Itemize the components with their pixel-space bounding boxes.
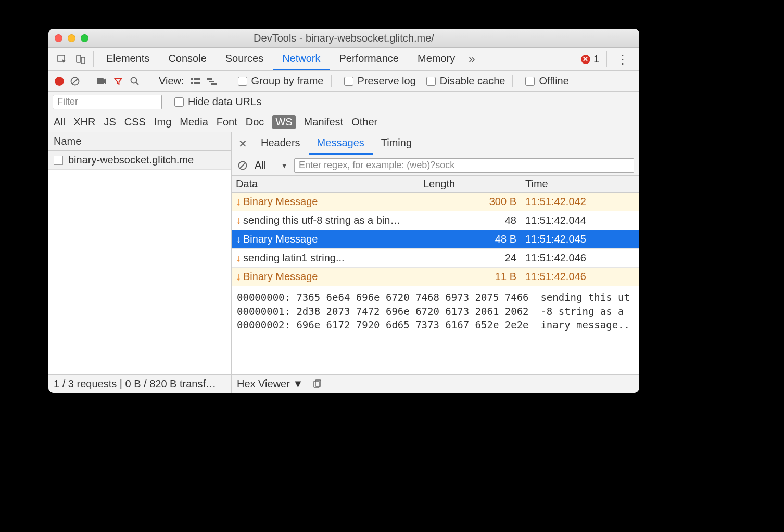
clear-icon[interactable] xyxy=(69,75,81,87)
camera-icon[interactable] xyxy=(96,75,107,87)
divider xyxy=(148,75,148,87)
type-filter-font[interactable]: Font xyxy=(217,116,237,128)
message-time: 11:51:42.046 xyxy=(525,271,586,283)
arrow-down-icon: ↓ xyxy=(236,196,241,208)
preserve-log-label: Preserve log xyxy=(358,75,416,87)
request-row[interactable]: binary-websocket.glitch.me xyxy=(48,151,231,170)
record-button[interactable] xyxy=(55,77,64,86)
name-column-header[interactable]: Name xyxy=(48,132,231,151)
svg-rect-2 xyxy=(81,57,85,64)
detail-tab-headers[interactable]: Headers xyxy=(252,132,309,155)
tab-network[interactable]: Network xyxy=(273,48,330,70)
type-filter-doc[interactable]: Doc xyxy=(246,116,264,128)
svg-point-6 xyxy=(131,77,137,83)
device-toolbar-icon[interactable] xyxy=(71,48,90,70)
request-name: binary-websocket.glitch.me xyxy=(68,154,194,166)
divider xyxy=(331,75,332,87)
tab-memory[interactable]: Memory xyxy=(408,48,464,70)
disable-cache-label: Disable cache xyxy=(440,75,505,87)
svg-rect-11 xyxy=(194,82,200,84)
message-length: 48 B xyxy=(495,233,516,245)
message-row[interactable]: ↓Binary Message48 B11:51:42.045 xyxy=(232,230,639,249)
svg-rect-12 xyxy=(207,78,212,80)
svg-rect-14 xyxy=(211,83,217,85)
message-type-label: All xyxy=(255,159,266,171)
detail-tab-messages[interactable]: Messages xyxy=(309,132,373,155)
message-row[interactable]: ↓sending latin1 string...2411:51:42.046 xyxy=(232,249,639,268)
message-length: 300 B xyxy=(489,196,516,208)
divider xyxy=(225,75,225,87)
message-data: Binary Message xyxy=(243,271,318,283)
kebab-menu-icon[interactable]: ⋮ xyxy=(610,48,635,70)
type-filter-img[interactable]: Img xyxy=(154,116,171,128)
filter-input[interactable]: Filter xyxy=(53,95,162,109)
tab-sources[interactable]: Sources xyxy=(216,48,273,70)
group-by-frame-checkbox[interactable]: Group by frame xyxy=(238,75,324,87)
message-row[interactable]: ↓Binary Message11 B11:51:42.046 xyxy=(232,268,639,286)
hex-viewer-select[interactable]: Hex Viewer ▼ xyxy=(237,378,303,390)
divider xyxy=(93,51,94,67)
close-detail-button[interactable]: ✕ xyxy=(235,132,250,155)
clear-messages-icon[interactable] xyxy=(237,160,248,171)
message-length: 11 B xyxy=(495,271,516,283)
message-time: 11:51:42.046 xyxy=(525,252,586,264)
group-by-frame-label: Group by frame xyxy=(251,75,324,87)
hide-data-urls-label: Hide data URLs xyxy=(188,96,261,108)
type-filter-js[interactable]: JS xyxy=(104,116,116,128)
filter-icon[interactable] xyxy=(112,75,124,87)
arrow-down-icon: ↓ xyxy=(236,233,241,245)
large-rows-icon[interactable] xyxy=(189,75,201,87)
svg-line-7 xyxy=(136,82,138,85)
length-column-header[interactable]: Length xyxy=(419,176,521,192)
type-filter-css[interactable]: CSS xyxy=(124,116,146,128)
network-toolbar: View: Group by frame Preserve log Disabl… xyxy=(48,71,639,92)
svg-rect-10 xyxy=(191,82,193,84)
more-tabs-button[interactable]: » xyxy=(464,48,479,70)
message-length: 48 xyxy=(505,214,516,226)
tab-console[interactable]: Console xyxy=(159,48,216,70)
waterfall-icon[interactable] xyxy=(206,75,218,87)
messages-table-header: Data Length Time xyxy=(232,176,639,193)
svg-rect-9 xyxy=(194,78,200,80)
regex-filter-input[interactable]: Enter regex, for example: (web)?sock xyxy=(294,158,634,173)
detail-tabs: ✕ HeadersMessagesTiming xyxy=(232,132,639,155)
copy-icon[interactable] xyxy=(311,378,323,390)
error-icon: ✕ xyxy=(581,55,590,64)
disable-cache-checkbox[interactable]: Disable cache xyxy=(426,75,505,87)
preserve-log-checkbox[interactable]: Preserve log xyxy=(344,75,416,87)
requests-pane: Name binary-websocket.glitch.me xyxy=(48,132,232,374)
file-icon xyxy=(54,156,63,165)
message-type-select[interactable]: All ▼ xyxy=(255,159,288,171)
type-filter-manifest[interactable]: Manifest xyxy=(304,116,344,128)
message-row[interactable]: ↓Binary Message300 B11:51:42.042 xyxy=(232,193,639,211)
tab-elements[interactable]: Elements xyxy=(97,48,159,70)
hide-data-urls-checkbox[interactable]: Hide data URLs xyxy=(174,96,261,108)
time-column-header[interactable]: Time xyxy=(521,176,639,192)
data-column-header[interactable]: Data xyxy=(232,176,419,192)
divider xyxy=(606,51,607,67)
filter-row: Filter Hide data URLs xyxy=(48,92,639,112)
offline-checkbox[interactable]: Offline xyxy=(525,75,568,87)
message-data: Binary Message xyxy=(243,196,318,208)
inspect-element-icon[interactable] xyxy=(53,48,71,70)
type-filter-all[interactable]: All xyxy=(54,116,65,128)
type-filter-other[interactable]: Other xyxy=(351,116,377,128)
search-icon[interactable] xyxy=(129,75,141,87)
hex-viewer[interactable]: 00000000: 7365 6e64 696e 6720 7468 6973 … xyxy=(232,286,639,374)
titlebar: DevTools - binary-websocket.glitch.me/ xyxy=(48,29,639,48)
window-title: DevTools - binary-websocket.glitch.me/ xyxy=(48,32,639,44)
message-time: 11:51:42.042 xyxy=(525,196,586,208)
svg-rect-1 xyxy=(77,55,81,62)
message-row[interactable]: ↓sending this utf-8 string as a bin…4811… xyxy=(232,211,639,230)
type-filter-xhr[interactable]: XHR xyxy=(73,116,95,128)
tab-performance[interactable]: Performance xyxy=(330,48,409,70)
divider xyxy=(88,75,88,87)
svg-rect-8 xyxy=(191,78,193,80)
divider xyxy=(512,75,513,87)
type-filter-ws[interactable]: WS xyxy=(272,115,295,129)
type-filter-media[interactable]: Media xyxy=(180,116,208,128)
error-indicator[interactable]: ✕ 1 xyxy=(577,48,603,70)
footer: 1 / 3 requests | 0 B / 820 B transf… Hex… xyxy=(48,374,639,393)
detail-tab-timing[interactable]: Timing xyxy=(373,132,420,155)
view-label: View: xyxy=(159,75,184,87)
